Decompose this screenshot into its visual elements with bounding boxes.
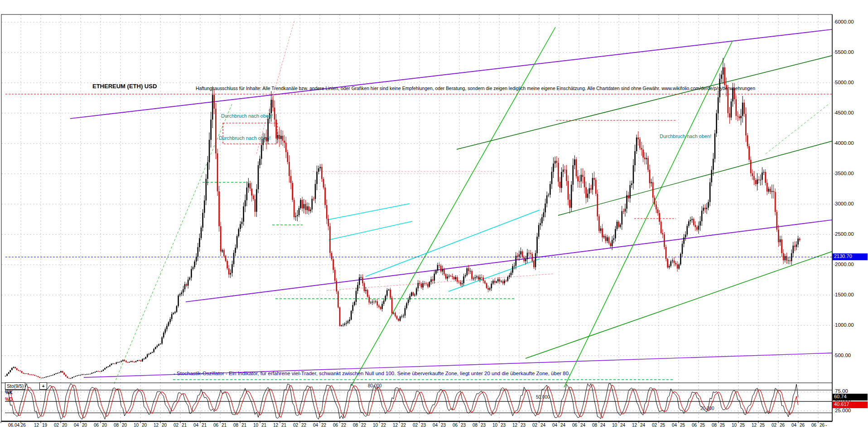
time-axis-year-label: 20 — [142, 423, 147, 428]
trend-line-lightgreen-dash-2020-rise[interactable] — [114, 104, 232, 384]
time-axis-year-label: 25 — [740, 423, 745, 428]
trend-line-lightgreen-dash-corner[interactable] — [766, 103, 830, 154]
plot-area — [1, 14, 832, 421]
k-line-label: %K — [5, 390, 13, 395]
time-axis-year-label: 23 — [501, 423, 506, 428]
time-axis-month-label: 02 — [532, 423, 537, 428]
candlestick-series — [5, 58, 800, 379]
time-axis-year-label: 21 — [281, 423, 286, 428]
time-axis-year-label: 25 — [760, 423, 765, 428]
time-axis-month-label: 04 — [433, 423, 438, 428]
time-axis-month-label: 06 — [811, 423, 816, 428]
time-axis-year-label: 21 — [261, 423, 266, 428]
time-axis-month-label: 12 — [752, 423, 757, 428]
trend-line-green-steep-2022-2024[interactable] — [351, 27, 555, 386]
time-axis-month-label: 06 — [692, 423, 697, 428]
time-axis-month-label: 06 — [572, 423, 577, 428]
time-axis-month-label: 10 — [732, 423, 737, 428]
price-chart-canvas[interactable] — [0, 0, 868, 429]
stoch-axis-75-label: 75.00 — [835, 388, 848, 394]
time-axis-month-label: 04 — [193, 423, 198, 428]
time-axis-year-label: 23 — [421, 423, 426, 428]
chart-application-window: ETHEREUM (ETH) USD Haftungsausschluss fü… — [0, 0, 868, 429]
time-axis-year-label: 25 — [660, 423, 665, 428]
trend-line-cyan-channel-up[interactable] — [366, 210, 540, 276]
breakout-annotation-2: Durchbruch nach oben! — [219, 135, 270, 141]
time-axis-month-label: 02 — [54, 423, 59, 428]
chart-title: ETHEREUM (ETH) USD — [92, 83, 157, 90]
time-axis-year-label: 21 — [241, 423, 246, 428]
time-axis-month-label: 02 — [174, 423, 178, 428]
time-axis-year-label: 20 — [82, 423, 87, 428]
time-axis-month-label: 08 — [473, 423, 477, 428]
time-axis-year-label: 20 — [162, 423, 167, 428]
trend-line-purple-channel-lower[interactable] — [186, 220, 832, 302]
price-axis-label: 5500.00 — [835, 49, 854, 55]
time-axis-month-label: 04 — [313, 423, 318, 428]
time-axis-month-label: 06 — [94, 423, 99, 428]
price-axis-label: 1500.00 — [835, 292, 854, 298]
time-axis-month-label: 10 — [253, 423, 258, 428]
time-axis-month-label: 04 — [74, 423, 79, 428]
time-axis-year-label: 22 — [341, 423, 346, 428]
stochastic-indicator-button[interactable]: Sto(9/5) — [5, 382, 25, 390]
time-axis-month-label: 04 — [672, 423, 677, 428]
time-axis-month-label: 08 — [592, 423, 597, 428]
time-axis-month-label: 08 — [712, 423, 717, 428]
trend-line-cyan-short-up[interactable] — [327, 204, 410, 220]
trend-line-purple-channel-upper[interactable] — [70, 29, 832, 119]
disclaimer-text: Haftungsausschluss für Inhalte: Alle Tre… — [196, 86, 755, 91]
time-axis-year-label: 21 — [202, 423, 207, 428]
trend-line-darkgreen-lower[interactable] — [558, 141, 832, 215]
time-axis-year-label: 24 — [620, 423, 625, 428]
time-axis-month-label: 02 — [413, 423, 418, 428]
time-axis-month-label: 08 — [233, 423, 238, 428]
time-axis-year-label: 25 — [700, 423, 705, 428]
time-axis-year-label: 26 — [800, 423, 805, 428]
time-axis-year-label: 23 — [441, 423, 446, 428]
time-axis-year-label: 21 — [222, 423, 227, 428]
time-axis-month-label: 02 — [652, 423, 657, 428]
add-indicator-button[interactable]: + — [39, 382, 47, 390]
time-axis-month-label: 02 — [293, 423, 298, 428]
d-line-label: %D — [5, 396, 13, 402]
time-axis-month-label: 12 — [34, 423, 39, 428]
trend-line-darkgreen-upper[interactable] — [457, 56, 832, 149]
time-axis-year-label: 23 — [481, 423, 486, 428]
time-axis-month-label: 10 — [492, 423, 497, 428]
price-axis-label: 3000.00 — [835, 201, 854, 207]
time-axis-month-label: 06 — [453, 423, 458, 428]
time-axis-date-label: 06.04.26 — [8, 423, 26, 428]
stoch-axis-25-label: 25.000 — [835, 408, 851, 414]
time-axis-month-label: 02 — [772, 423, 776, 428]
time-axis-month-label: 06 — [213, 423, 218, 428]
price-axis-label: 6000.00 — [835, 19, 854, 25]
time-axis-year-label: 26 — [820, 423, 825, 428]
price-axis-label: 500.00 — [835, 353, 851, 358]
price-axis-label: 4500.00 — [835, 110, 854, 116]
stoch-d-value-badge: 40.617 — [833, 401, 868, 408]
time-axis-year-label: 22 — [401, 423, 406, 428]
time-axis-month-label: 10 — [612, 423, 617, 428]
time-axis-month-label: 12 — [273, 423, 278, 428]
time-axis-year-label: 22 — [301, 423, 306, 428]
time-axis-year-label: 24 — [580, 423, 585, 428]
time-axis-year-label: 23 — [521, 423, 526, 428]
stoch-level-label: 80.000 — [368, 383, 382, 388]
time-axis-month-label: 12 — [154, 423, 159, 428]
current-price-badge: 2130.70 — [833, 253, 868, 260]
price-axis-label: 3500.00 — [835, 171, 854, 176]
stoch-level-label: 20.000 — [700, 406, 714, 411]
time-axis-year-label: 22 — [381, 423, 386, 428]
trend-line-salmon-dash-diag[interactable] — [327, 274, 554, 291]
stoch-level-label: 50.000 — [536, 395, 550, 400]
time-axis-month-label: 10 — [134, 423, 139, 428]
time-axis-month-label: 08 — [114, 423, 119, 428]
breakout-annotation-1: Durchbruch nach oben! — [221, 113, 273, 119]
time-axis-year-label: 25 — [720, 423, 725, 428]
trend-line-green-steep-2025[interactable] — [564, 41, 733, 387]
time-axis-year-label: 24 — [540, 423, 545, 428]
breakout-annotation-3: Durchbruch nach oben! — [660, 133, 711, 139]
time-axis-year-label: 22 — [361, 423, 366, 428]
time-axis-year-label: 20 — [62, 423, 67, 428]
